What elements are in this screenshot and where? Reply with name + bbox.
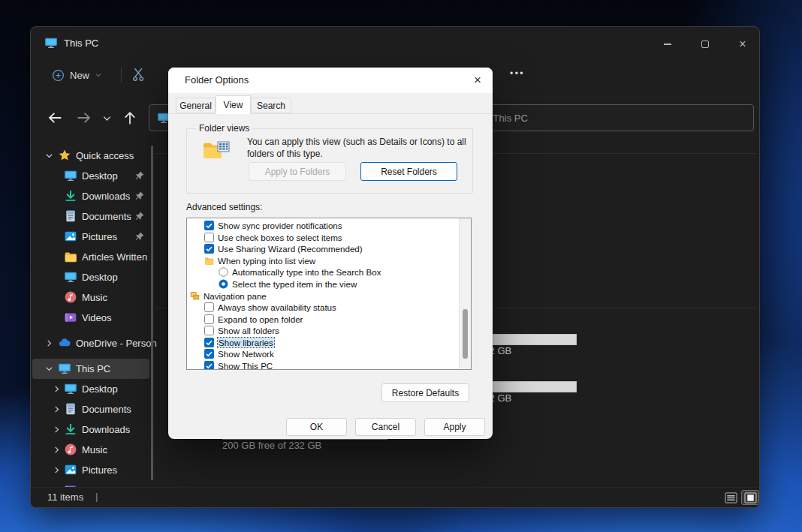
advanced-item-expand-to-open-folder[interactable]: Expand to open folder: [187, 313, 471, 325]
recent-locations-button[interactable]: [101, 113, 113, 124]
large-icons-view-button[interactable]: [741, 490, 759, 505]
sidebar-item-onedrive-person[interactable]: OneDrive - Person: [31, 333, 152, 353]
tab-search[interactable]: Search: [251, 98, 291, 113]
tab-general[interactable]: General: [176, 98, 216, 113]
advanced-item-automatically-type-into-the-search-box[interactable]: Automatically type into the Search Box: [187, 266, 471, 278]
new-button-label: New: [70, 70, 89, 81]
sidebar-item-pictures[interactable]: Pictures: [31, 227, 152, 247]
tab-view[interactable]: View: [216, 95, 251, 114]
reset-folders-button[interactable]: Reset Folders: [360, 162, 457, 181]
sidebar-item-label: Desktop: [82, 383, 118, 395]
this-pc-icon: [44, 36, 58, 50]
close-button[interactable]: ×: [726, 33, 759, 56]
desktop-icon: [64, 169, 77, 182]
advanced-item-show-this-pc[interactable]: Show This PC: [187, 360, 471, 370]
sidebar-item-label: Videos: [82, 312, 112, 323]
folder-views-icon: [202, 140, 231, 164]
sidebar-item-quick-access[interactable]: Quick access: [31, 146, 152, 166]
up-button[interactable]: [122, 110, 138, 126]
list-scrollbar-thumb[interactable]: [463, 309, 468, 359]
check-on-icon: [204, 361, 214, 370]
pictures-icon: [64, 230, 77, 243]
sidebar-item-documents[interactable]: Documents: [31, 399, 152, 419]
advanced-item-always-show-availability-status[interactable]: Always show availability status: [187, 302, 471, 314]
radio-on-icon: [219, 279, 228, 289]
advanced-item-label: Always show availability status: [218, 302, 336, 312]
desktop-icon: [64, 382, 77, 395]
sidebar-item-desktop[interactable]: Desktop: [31, 166, 152, 186]
advanced-item-show-network[interactable]: Show Network: [187, 348, 471, 360]
monitor-icon: [58, 362, 71, 375]
check-on-icon: [204, 338, 214, 347]
sidebar-item-this-pc[interactable]: This PC: [32, 359, 149, 379]
advanced-item-label: Show all folders: [218, 326, 279, 335]
sidebar-scrollbar[interactable]: [151, 146, 153, 480]
list-scrollbar[interactable]: [459, 218, 471, 369]
maximize-button[interactable]: [689, 33, 722, 56]
sidebar-item-desktop[interactable]: Desktop: [31, 379, 152, 399]
see-more-button[interactable]: •••: [507, 65, 528, 83]
apply-to-folders-button[interactable]: Apply to Folders: [249, 162, 346, 181]
chevron-right-icon: [44, 338, 54, 348]
music-icon: [64, 290, 77, 304]
sidebar-item-articles-written[interactable]: Articles Written: [31, 247, 152, 267]
sidebar-item-label: Quick access: [76, 150, 134, 161]
window-title: This PC: [64, 38, 98, 49]
pin-icon: [134, 191, 145, 201]
advanced-item-label: Show Network: [218, 349, 274, 359]
toolbar-divider: [121, 68, 122, 83]
status-divider: |: [95, 491, 98, 502]
ok-button[interactable]: OK: [286, 418, 347, 436]
dialog-close-button[interactable]: ×: [467, 71, 488, 90]
advanced-item-navigation-pane[interactable]: Navigation pane: [187, 290, 471, 302]
drive-free-space: 200 GB free of 232 GB: [222, 440, 321, 451]
sidebar-item-label: Music: [82, 292, 107, 303]
sidebar-item-label: OneDrive - Person: [76, 338, 157, 349]
sidebar-item-documents[interactable]: Documents: [31, 206, 152, 227]
sidebar-item-videos[interactable]: Videos: [31, 308, 152, 328]
maximize-icon: [701, 41, 709, 48]
advanced-item-use-check-boxes-to-select-items[interactable]: Use check boxes to select items: [187, 232, 471, 244]
advanced-item-when-typing-into-list-view[interactable]: When typing into list view: [187, 255, 471, 267]
advanced-item-show-libraries[interactable]: Show libraries: [187, 336, 471, 348]
pin-icon: [134, 231, 145, 242]
sidebar-item-label: This PC: [76, 363, 110, 374]
sidebar-item-pictures[interactable]: Pictures: [31, 460, 152, 480]
advanced-settings-list: Show sync provider notificationsUse chec…: [186, 218, 472, 370]
sidebar-item-label: Documents: [82, 404, 131, 415]
sidebar-item-label: Pictures: [82, 464, 117, 476]
sidebar-item-music[interactable]: Music: [31, 440, 152, 460]
check-on-icon: [204, 221, 214, 230]
chevron-right-icon: [52, 384, 62, 394]
navigation-pane: Quick accessDesktopDownloadsDocumentsPic…: [31, 146, 152, 500]
sidebar-item-downloads[interactable]: Downloads: [31, 186, 152, 206]
chevron-down-icon: [95, 71, 102, 79]
restore-defaults-button[interactable]: Restore Defaults: [381, 383, 469, 402]
folder-icon: [64, 250, 77, 263]
advanced-item-label: Show libraries: [218, 338, 274, 347]
sidebar-item-desktop[interactable]: Desktop: [31, 267, 152, 287]
cancel-button[interactable]: Cancel: [355, 418, 416, 436]
advanced-item-use-sharing-wizard-recommended[interactable]: Use Sharing Wizard (Recommended): [187, 243, 471, 255]
minimize-button[interactable]: [651, 33, 684, 56]
desktop: This PC × New •••: [0, 0, 802, 532]
download-icon: [64, 422, 77, 436]
details-view-button[interactable]: [722, 490, 740, 505]
sidebar-item-downloads[interactable]: Downloads: [31, 419, 152, 440]
cut-button[interactable]: [131, 66, 147, 83]
advanced-item-select-the-typed-item-in-the-view[interactable]: Select the typed item in the view: [187, 278, 471, 290]
sidebar-item-label: Desktop: [82, 272, 118, 283]
advanced-item-show-sync-provider-notifications[interactable]: Show sync provider notifications: [187, 220, 471, 232]
apply-button[interactable]: Apply: [424, 418, 485, 436]
folder-views-legend: Folder views: [196, 123, 252, 134]
advanced-item-label: Navigation pane: [204, 291, 267, 301]
new-button[interactable]: New: [46, 63, 108, 87]
search-input[interactable]: Search This PC: [449, 104, 754, 131]
details-view-icon: [725, 492, 737, 503]
sidebar-item-music[interactable]: Music: [31, 287, 152, 308]
minimize-icon: [664, 44, 671, 44]
back-button[interactable]: [47, 110, 63, 126]
large-icons-view-icon: [744, 492, 757, 503]
forward-button[interactable]: [76, 110, 92, 126]
advanced-item-show-all-folders[interactable]: Show all folders: [187, 325, 471, 337]
